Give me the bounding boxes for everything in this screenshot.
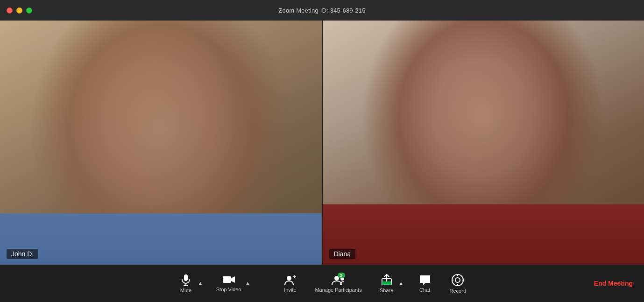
invite-button[interactable]: Invite (277, 272, 303, 295)
mute-group[interactable]: Mute ▲ (173, 271, 204, 296)
video-area: John D. Diana (0, 21, 644, 265)
svg-rect-11 (382, 281, 391, 285)
meeting-title: Zoom Meeting ID: 345-689-215 (278, 7, 365, 14)
stop-video-label: Stop Video (216, 287, 241, 292)
chat-button[interactable]: Chat (412, 272, 438, 295)
title-bar: Zoom Meeting ID: 345-689-215 (0, 0, 644, 21)
participant-name-john: John D. (7, 249, 38, 259)
share-button[interactable]: Share (374, 271, 399, 296)
participant-panel-john: John D. (0, 21, 323, 265)
minimize-window-button[interactable] (16, 7, 22, 14)
maximize-window-button[interactable] (26, 7, 32, 14)
share-group[interactable]: Share ▲ (374, 271, 405, 296)
mute-button[interactable]: Mute (173, 271, 198, 296)
camera-icon (222, 275, 235, 285)
participants-count-badge: 2 (338, 273, 345, 278)
chat-icon (419, 274, 431, 286)
svg-rect-3 (223, 276, 231, 283)
chat-group[interactable]: Chat (412, 272, 438, 295)
microphone-icon (180, 274, 191, 286)
mute-chevron-button[interactable]: ▲ (197, 277, 204, 289)
participant-panel-diana: Diana (323, 21, 644, 265)
record-group[interactable]: Record (445, 271, 471, 296)
stop-video-group[interactable]: Stop Video ▲ (212, 272, 252, 295)
manage-participants-label: Manage Participants (315, 288, 361, 293)
share-chevron-button[interactable]: ▲ (397, 277, 405, 289)
share-icon (381, 274, 393, 286)
end-meeting-button[interactable]: End Meeting (592, 276, 635, 291)
video-feed-diana (323, 21, 644, 265)
svg-point-5 (287, 276, 291, 281)
record-label: Record (450, 288, 466, 294)
svg-point-14 (456, 278, 460, 282)
participant-name-diana: Diana (329, 249, 356, 259)
stop-video-button[interactable]: Stop Video (212, 272, 246, 295)
svg-rect-0 (184, 274, 188, 281)
video-feed-john (0, 21, 322, 265)
chat-label: Chat (419, 288, 430, 293)
record-icon (451, 274, 464, 287)
toolbar: Mute ▲ Stop Video ▲ (0, 265, 644, 302)
video-chevron-button[interactable]: ▲ (244, 277, 251, 289)
record-button[interactable]: Record (445, 271, 471, 296)
window-controls[interactable] (7, 7, 32, 14)
manage-participants-button[interactable]: 2 Manage Participants (310, 272, 366, 295)
manage-participants-group[interactable]: 2 Manage Participants (310, 272, 366, 295)
invite-label: Invite (284, 288, 296, 293)
participants-icon-wrapper: 2 (331, 274, 346, 286)
close-window-button[interactable] (7, 7, 13, 14)
invite-group[interactable]: Invite (277, 272, 303, 295)
invite-icon (284, 274, 296, 286)
mute-label: Mute (180, 288, 191, 293)
share-label: Share (380, 288, 393, 293)
svg-marker-4 (231, 276, 235, 283)
